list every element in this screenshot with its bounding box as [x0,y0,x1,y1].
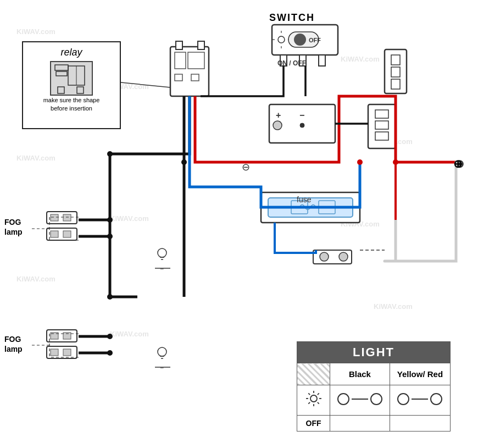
svg-rect-38 [391,67,400,77]
svg-point-46 [320,252,329,261]
plus-symbol: ⊕ [453,157,463,170]
svg-line-7 [121,82,176,88]
wiring-diagram: KiWAV.com KiWAV.com KiWAV.com KiWAV.com … [0,0,478,448]
svg-rect-35 [375,132,388,140]
svg-point-60 [158,248,166,257]
svg-point-47 [339,252,348,261]
legend-on-black-cell [330,385,390,416]
svg-text:+: + [276,110,281,120]
svg-point-29 [273,121,282,130]
svg-line-96 [317,402,319,404]
svg-point-90 [310,395,317,402]
fog-lamp-2-label: FOGlamp [4,334,23,354]
svg-point-82 [107,151,113,157]
svg-rect-59 [63,349,71,356]
svg-point-88 [393,159,398,165]
svg-rect-26 [319,55,325,66]
svg-rect-22 [294,34,306,46]
svg-point-87 [107,350,113,356]
svg-point-31 [300,123,304,128]
svg-point-65 [158,347,166,356]
legend-on-yellow-cell [390,385,450,416]
legend-title: LIGHT [297,342,451,363]
legend-hatch-cell [297,363,330,385]
legend-off-yellow-cell [390,416,450,432]
svg-rect-33 [375,110,388,118]
svg-text:OFF: OFF [309,37,321,43]
svg-line-97 [317,393,319,395]
fog-lamp-1-label: FOGlamp [4,217,23,237]
on-off-label: ON / OFF [277,59,306,67]
svg-text:−: − [299,110,304,120]
svg-rect-8 [170,47,209,96]
svg-point-89 [357,159,363,165]
svg-rect-50 [63,214,71,221]
svg-text:−: − [160,265,164,273]
svg-point-86 [107,334,113,339]
svg-point-85 [107,294,113,300]
legend-col1-header: Black [330,363,390,385]
svg-rect-34 [375,121,388,129]
svg-rect-37 [391,55,400,65]
legend-sun-icon [297,385,330,416]
svg-rect-52 [51,231,58,237]
legend-off-black-cell [330,416,390,432]
legend-table: LIGHT Black Yellow/ Red [297,341,451,432]
svg-rect-49 [51,214,58,221]
svg-rect-53 [63,231,71,237]
svg-rect-58 [51,349,58,356]
fuse-label: fuse [297,195,311,204]
svg-text:−: − [160,364,164,372]
switch-label: SWITCH [269,12,315,24]
svg-point-84 [107,234,113,239]
legend-col2-header: Yellow/ Red [390,363,450,385]
svg-rect-39 [391,79,400,89]
legend-off-label: OFF [297,416,330,432]
svg-line-95 [308,393,310,395]
svg-rect-10 [198,41,204,49]
svg-line-98 [308,402,310,404]
svg-rect-9 [176,41,182,49]
svg-point-81 [181,159,187,165]
svg-point-83 [107,217,113,223]
